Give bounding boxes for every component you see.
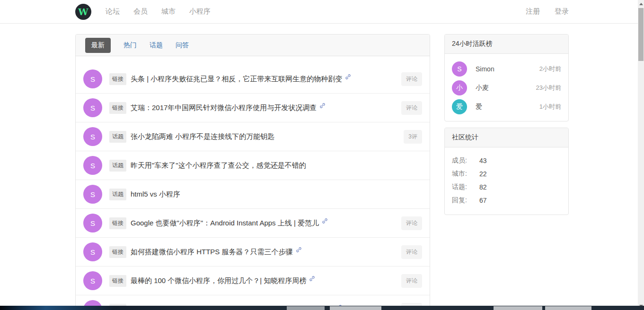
list-item: S 话题 html5 vs 小程序 xyxy=(76,180,430,209)
post-tag: 链接 xyxy=(109,246,126,258)
list-item: S 链接 如何搭建微信小程序 HTTPS 服务器？只需三个步骤 评论 xyxy=(76,238,430,267)
post-title[interactable]: 艾瑞：2017年中国网民针对微信小程序使用与开发状况调查 xyxy=(131,103,317,112)
post-title[interactable]: Google 也要做"小程序"：Android Instant Apps 上线 … xyxy=(131,219,319,228)
user-avatar[interactable]: S xyxy=(452,61,467,77)
post-list: S 链接 头条 | 小程序失败征兆已显？相反，它正带来互联网生意的物种剧变 评论… xyxy=(76,56,430,310)
scrollbar-thumb[interactable] xyxy=(638,8,644,61)
stat-label: 回复: xyxy=(452,196,474,205)
nav-link[interactable]: 城市 xyxy=(161,7,176,16)
comment-button[interactable]: 评论 xyxy=(401,274,422,288)
avatar[interactable]: S xyxy=(83,69,102,88)
avatar[interactable]: S xyxy=(83,156,102,175)
stat-label: 城市: xyxy=(452,170,474,178)
user-active-time: 23小时前 xyxy=(536,84,561,92)
active-users-panel: 24小时活跃榜 S Simon 2小时前 小 小麦 23小时前 爱 爱 1小时前 xyxy=(444,34,569,121)
list-item: S 话题 昨天用"车来了"这个小程序查了查公交，感觉还是不错的 xyxy=(76,151,430,180)
tab[interactable]: 最新 xyxy=(85,38,111,53)
active-user-row: 爱 爱 1小时前 xyxy=(445,97,568,116)
user-name[interactable]: Simon xyxy=(476,65,494,73)
nav-link[interactable]: 论坛 xyxy=(106,7,120,16)
link-icon xyxy=(322,218,328,224)
triangle-up-icon xyxy=(639,3,643,5)
comment-button[interactable]: 3评 xyxy=(404,130,422,144)
post-tag: 话题 xyxy=(109,189,126,200)
active-user-row: 小 小麦 23小时前 xyxy=(445,78,568,97)
post-title[interactable]: 张小龙陷两难 小程序不是连接线下的万能钥匙 xyxy=(131,132,274,141)
link-icon xyxy=(319,103,326,109)
taskbar-sliver xyxy=(0,306,644,310)
link-icon xyxy=(345,74,351,80)
main-content: 最新热门话题问答 S 链接 头条 | 小程序失败征兆已显？相反，它正带来互联网生… xyxy=(75,34,569,310)
user-name[interactable]: 爱 xyxy=(476,103,482,111)
avatar[interactable]: S xyxy=(83,185,102,204)
user-avatar[interactable]: 爱 xyxy=(452,99,467,114)
stat-label: 成员: xyxy=(452,156,474,165)
post-tag: 话题 xyxy=(109,131,126,143)
stat-row: 城市: 22 xyxy=(445,167,568,181)
user-active-time: 1小时前 xyxy=(539,103,561,111)
sidebar: 24小时活跃榜 S Simon 2小时前 小 小麦 23小时前 爱 爱 1小时前 xyxy=(444,34,569,215)
taskbar-button[interactable] xyxy=(287,306,325,310)
panel-title: 社区统计 xyxy=(445,128,568,147)
list-item: S 链接 最棒的 100 个微信小程序，你用过几个？| 知晓程序周榜 评论 xyxy=(76,267,430,295)
user-active-time: 2小时前 xyxy=(539,65,561,73)
list-item: S 链接 头条 | 小程序失败征兆已显？相反，它正带来互联网生意的物种剧变 评论 xyxy=(76,65,430,94)
avatar[interactable]: S xyxy=(83,271,102,290)
panel-title: 24小时活跃榜 xyxy=(445,34,568,54)
post-tag: 话题 xyxy=(109,160,126,172)
post-title[interactable]: html5 vs 小程序 xyxy=(131,190,180,199)
tab[interactable]: 话题 xyxy=(150,41,163,50)
user-name[interactable]: 小麦 xyxy=(476,84,489,92)
post-tag: 链接 xyxy=(109,217,126,229)
active-users-list: S Simon 2小时前 小 小麦 23小时前 爱 爱 1小时前 xyxy=(445,54,568,121)
site-logo[interactable]: W xyxy=(75,4,91,20)
list-item: S 链接 Google 也要做"小程序"：Android Instant App… xyxy=(76,209,430,238)
avatar[interactable]: S xyxy=(83,214,102,232)
post-title[interactable]: 昨天用"车来了"这个小程序查了查公交，感觉还是不错的 xyxy=(131,161,306,170)
post-title[interactable]: 如何搭建微信小程序 HTTPS 服务器？只需三个步骤 xyxy=(131,248,293,257)
nav-link[interactable]: 小程序 xyxy=(189,7,211,16)
taskbar-button[interactable] xyxy=(330,306,381,310)
post-tag: 链接 xyxy=(109,275,126,287)
comment-button[interactable]: 评论 xyxy=(401,245,422,259)
tab[interactable]: 热门 xyxy=(124,41,137,50)
stat-value: 82 xyxy=(479,183,487,191)
avatar[interactable]: S xyxy=(83,127,102,146)
post-title[interactable]: 头条 | 小程序失败征兆已显？相反，它正带来互联网生意的物种剧变 xyxy=(131,75,342,84)
post-title[interactable]: 最棒的 100 个微信小程序，你用过几个？| 知晓程序周榜 xyxy=(131,276,306,285)
nav-link[interactable]: 会员 xyxy=(133,7,148,16)
stats-list: 成员: 43 城市: 22 话题: 82 回复: 67 xyxy=(445,147,568,215)
stat-row: 话题: 82 xyxy=(445,181,568,194)
comment-button[interactable]: 评论 xyxy=(401,72,422,86)
link-icon xyxy=(296,247,302,253)
scroll-up-button[interactable] xyxy=(638,0,644,8)
tab[interactable]: 问答 xyxy=(176,41,189,50)
avatar[interactable]: S xyxy=(83,242,102,261)
main-nav: 论坛会员城市小程序 xyxy=(106,7,211,16)
vertical-scrollbar[interactable] xyxy=(638,0,644,310)
list-item: S 话题 张小龙陷两难 小程序不是连接线下的万能钥匙 3评 xyxy=(76,122,430,151)
comment-button[interactable]: 评论 xyxy=(401,216,422,230)
post-tag: 链接 xyxy=(109,73,126,85)
tab-bar: 最新热门话题问答 xyxy=(76,34,430,56)
comment-button[interactable]: 评论 xyxy=(401,101,422,115)
post-list-panel: 最新热门话题问答 S 链接 头条 | 小程序失败征兆已显？相反，它正带来互联网生… xyxy=(75,34,430,310)
avatar[interactable]: S xyxy=(83,98,102,117)
auth-link[interactable]: 登录 xyxy=(555,7,569,16)
taskbar-button[interactable] xyxy=(494,306,542,310)
active-user-row: S Simon 2小时前 xyxy=(445,60,568,78)
stat-value: 67 xyxy=(479,197,487,204)
stat-row: 回复: 67 xyxy=(445,194,568,207)
navbar: W 论坛会员城市小程序 注册登录 xyxy=(0,0,644,24)
stat-row: 成员: 43 xyxy=(445,154,568,167)
post-tag: 链接 xyxy=(109,102,126,114)
stat-value: 22 xyxy=(479,170,487,178)
user-avatar[interactable]: 小 xyxy=(452,80,467,95)
stat-value: 43 xyxy=(479,157,487,164)
taskbar-button[interactable] xyxy=(545,306,591,310)
link-icon xyxy=(309,276,315,282)
auth-link[interactable]: 注册 xyxy=(526,7,540,16)
stat-label: 话题: xyxy=(452,183,474,191)
list-item: S 链接 艾瑞：2017年中国网民针对微信小程序使用与开发状况调查 评论 xyxy=(76,94,430,122)
community-stats-panel: 社区统计 成员: 43 城市: 22 话题: 82 回复: 67 xyxy=(444,128,569,215)
